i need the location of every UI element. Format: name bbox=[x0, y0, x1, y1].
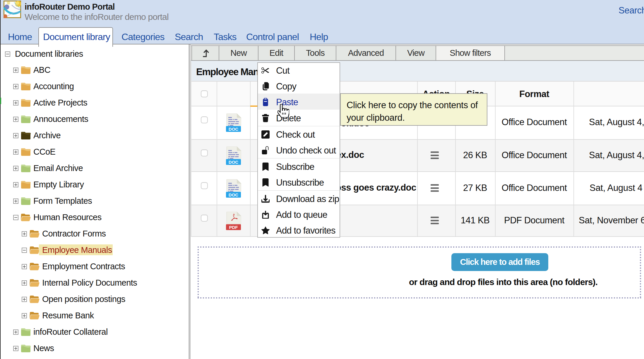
svg-text:DOC: DOC bbox=[229, 160, 239, 165]
svg-text:DOC: DOC bbox=[229, 127, 239, 132]
svg-text:DOC: DOC bbox=[229, 192, 239, 197]
svg-text:PDF: PDF bbox=[229, 225, 238, 230]
